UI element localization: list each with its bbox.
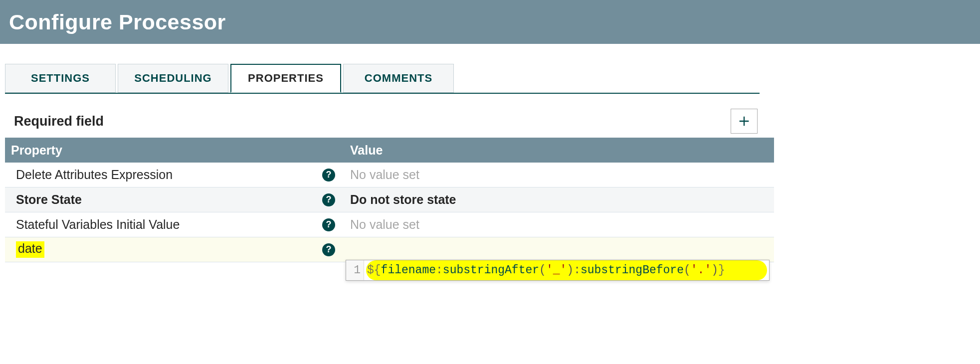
table-row[interactable]: Stateful Variables Initial Value ? No va… (5, 212, 774, 237)
highlight-marker (366, 260, 767, 262)
tab-scheduling[interactable]: SCHEDULING (118, 64, 228, 93)
property-name: Stateful Variables Initial Value (16, 217, 322, 232)
property-value: No value set (350, 168, 419, 182)
add-property-button[interactable] (731, 109, 758, 134)
tab-settings[interactable]: SETTINGS (5, 64, 116, 93)
properties-table: Property Value Delete Attributes Express… (5, 138, 774, 262)
tabs-bar: SETTINGS SCHEDULING PROPERTIES COMMENTS (5, 64, 760, 94)
table-row[interactable]: date ? (5, 237, 774, 262)
tab-comments[interactable]: COMMENTS (343, 64, 454, 93)
col-header-property: Property (5, 143, 343, 158)
question-icon[interactable]: ? (322, 243, 335, 256)
property-name: Store State (16, 192, 322, 207)
dialog-title: Configure Processor (9, 10, 226, 34)
dialog-header: Configure Processor (0, 0, 980, 44)
table-header: Property Value (5, 138, 774, 163)
required-field-label: Required field (14, 114, 104, 129)
col-header-value: Value (343, 143, 645, 158)
property-name: Delete Attributes Expression (16, 168, 322, 182)
table-row[interactable]: Delete Attributes Expression ? No value … (5, 163, 774, 187)
required-row: Required field (5, 94, 765, 138)
property-name: date (16, 241, 322, 258)
table-row[interactable]: Store State ? Do not store state (5, 187, 774, 212)
expression-editor[interactable]: 1 ${filename:substringAfter('_'):substri… (346, 260, 770, 262)
tab-properties[interactable]: PROPERTIES (230, 64, 341, 93)
question-icon[interactable]: ? (322, 193, 335, 206)
question-icon[interactable]: ? (322, 169, 335, 182)
editor-code-area[interactable]: ${filename:substringAfter('_'):substring… (364, 260, 769, 262)
editor-gutter: 1 (346, 260, 364, 262)
plus-icon (737, 114, 751, 128)
property-value: No value set (350, 217, 419, 232)
property-value: Do not store state (350, 192, 456, 207)
question-icon[interactable]: ? (322, 218, 335, 231)
tabs-container: SETTINGS SCHEDULING PROPERTIES COMMENTS (0, 64, 980, 94)
